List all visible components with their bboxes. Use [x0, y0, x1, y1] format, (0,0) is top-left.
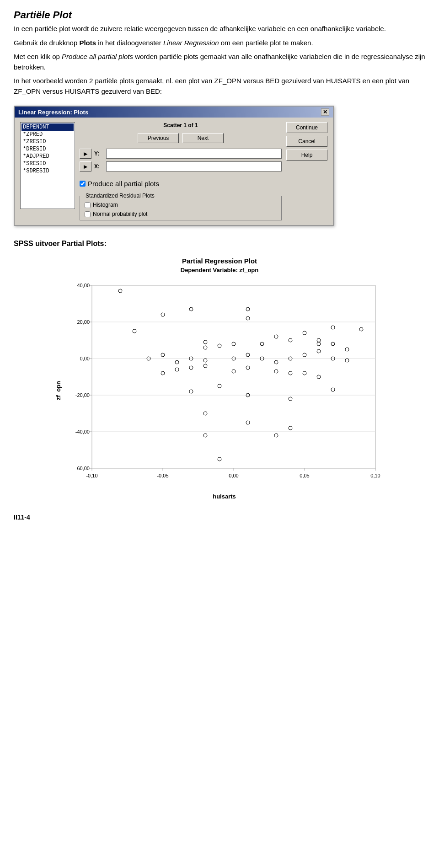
var-item-zresid[interactable]: *ZRESID: [21, 138, 74, 145]
x-arrow-button[interactable]: ▶: [80, 161, 91, 171]
right-buttons: Continue Cancel Help: [286, 122, 327, 220]
histogram-label: Histogram: [93, 202, 118, 208]
var-item-sdresid[interactable]: *SDRESID: [21, 167, 74, 175]
chart-sub-title: Dependent Variable: zf_opn: [181, 267, 258, 273]
middle-panel: Scatter 1 of 1 Previous Next ▶ Y: ▶ X:: [80, 122, 282, 220]
y-tick-minus40: -40,00: [75, 429, 89, 434]
close-button[interactable]: ✕: [321, 108, 329, 116]
y-tick-40: 40,00: [77, 283, 90, 288]
var-item-dependnt[interactable]: DEPENDNT: [21, 123, 74, 131]
continue-button[interactable]: Continue: [286, 122, 327, 133]
y-tick-0: 0,00: [80, 356, 89, 361]
x-tick-minus005: -0,05: [157, 473, 168, 478]
paragraph-1: In een partiële plot wordt de zuivere re…: [14, 24, 425, 34]
var-item-dresid[interactable]: *DRESID: [21, 145, 74, 153]
normal-prob-row: Normal probability plot: [85, 211, 277, 217]
x-tick-minus010: -0,10: [86, 473, 97, 478]
var-item-zpred[interactable]: *ZPRED: [21, 131, 74, 138]
dialog-body: DEPENDNT *ZPRED *ZRESID *DRESID *ADJPRED…: [15, 118, 333, 225]
var-item-adjpred[interactable]: *ADJPRED: [21, 153, 74, 160]
y-row: ▶ Y:: [80, 149, 282, 159]
y-tick-20: 20,00: [77, 319, 90, 325]
scatter-svg: 40,00 20,00 0,00 -20,00 -40,00 -60,: [64, 281, 385, 491]
normal-prob-checkbox[interactable]: [85, 211, 91, 217]
yx-panel: ▶ Y: ▶ X:: [80, 149, 282, 171]
y-tick-minus20: -20,00: [75, 392, 89, 398]
y-arrow-button[interactable]: ▶: [80, 149, 91, 159]
y-axis-label: zf_opn: [55, 381, 62, 400]
std-section-title: Standardized Residual Plots: [84, 193, 156, 199]
help-button[interactable]: Help: [286, 150, 327, 161]
chart-area: zf_opn 40,00 20,00 0,00: [55, 281, 385, 500]
chart-container: Partial Regression Plot Dependent Variab…: [14, 257, 425, 500]
std-section: Standardized Residual Plots Histogram No…: [80, 196, 282, 220]
y-input[interactable]: [106, 149, 282, 159]
histogram-row: Histogram: [85, 202, 277, 208]
spss-section: SPSS uitvoer Partial Plots: Partial Regr…: [14, 240, 425, 500]
dialog-title: Linear Regression: Plots: [18, 109, 88, 116]
x-tick-0: 0,00: [229, 473, 238, 478]
normal-prob-label: Normal probability plot: [93, 211, 147, 217]
y-label: Y:: [94, 150, 103, 157]
partial-plots-row: Produce all partial plots: [80, 180, 282, 188]
x-axis-label: huisarts: [64, 493, 385, 500]
scatter-nav: Previous Next: [80, 133, 282, 143]
dialog-box: Linear Regression: Plots ✕ DEPENDNT *ZPR…: [14, 106, 334, 226]
chart-main-title: Partial Regression Plot: [182, 257, 257, 265]
y-tick-minus60: -60,00: [75, 466, 89, 471]
dialog-wrapper: Linear Regression: Plots ✕ DEPENDNT *ZPR…: [14, 106, 425, 226]
cancel-button[interactable]: Cancel: [286, 136, 327, 147]
next-button[interactable]: Next: [182, 133, 224, 143]
paragraph-3: Met een klik op Produce all partial plot…: [14, 52, 425, 72]
paragraph-4: In het voorbeeld worden 2 partiële plots…: [14, 76, 425, 96]
dialog-titlebar: Linear Regression: Plots ✕: [15, 107, 333, 118]
page-footer: II11-4: [14, 514, 425, 521]
chart-plot: 40,00 20,00 0,00 -20,00 -40,00 -60,: [64, 281, 385, 500]
x-tick-005: 0,05: [300, 473, 309, 478]
page-title: Partiële Plot: [14, 9, 425, 21]
x-label: X:: [94, 163, 103, 170]
scatter-label: Scatter 1 of 1: [80, 122, 282, 129]
x-row: ▶ X:: [80, 161, 282, 171]
paragraph-2: Gebruik de drukknop Plots in het dialoog…: [14, 38, 425, 48]
variable-list[interactable]: DEPENDNT *ZPRED *ZRESID *DRESID *ADJPRED…: [20, 122, 75, 209]
x-input[interactable]: [106, 161, 282, 171]
spss-title: SPSS uitvoer Partial Plots:: [14, 240, 425, 248]
x-tick-010: 0,10: [370, 473, 380, 478]
partial-plots-checkbox[interactable]: [80, 181, 86, 187]
partial-plots-label: Produce all partial plots: [88, 180, 159, 188]
var-item-sresid[interactable]: *SRESID: [21, 160, 74, 167]
previous-button[interactable]: Previous: [138, 133, 179, 143]
histogram-checkbox[interactable]: [85, 202, 91, 208]
svg-rect-0: [92, 285, 375, 468]
